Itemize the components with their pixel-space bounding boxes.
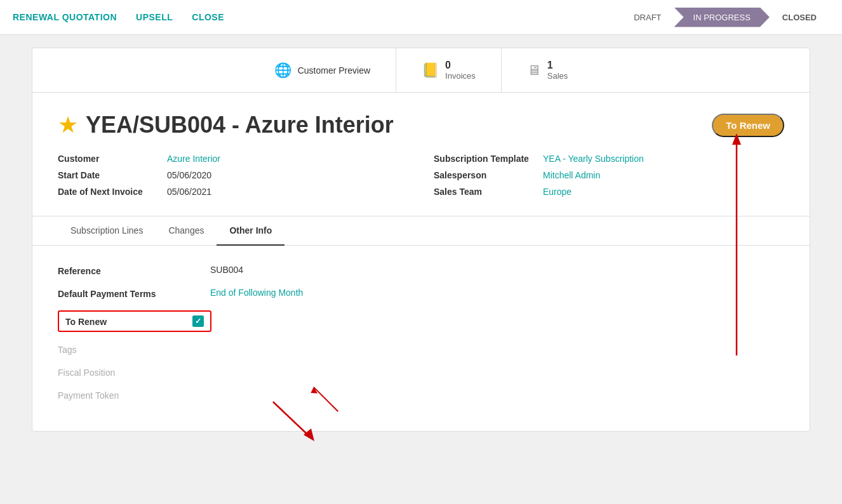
record-header: ★ YEA/SUB004 - Azure Interior To Renew C… [32,93,810,216]
payment-token-label: Payment Token [58,389,210,401]
field-tags: Tags [58,343,784,355]
status-in-progress[interactable]: IN PROGRESS [674,8,770,27]
invoices-count: 0 [445,60,476,71]
sales-text: 1 Sales [547,60,568,81]
start-date-value: 05/06/2020 [167,170,211,180]
star-icon[interactable]: ★ [58,112,78,138]
field-reference: Reference SUB004 [58,265,784,276]
field-sales-team: Sales Team Europe [434,187,784,197]
status-bar: DRAFT IN PROGRESS CLOSED [621,8,829,27]
field-payment-token: Payment Token [58,389,784,401]
to-renew-label: To Renew [65,315,192,327]
nav-upsell[interactable]: UPSELL [136,12,173,22]
to-renew-checkbox[interactable] [192,315,204,327]
customer-preview-label: Customer Preview [298,65,370,76]
customer-preview-button[interactable]: 🌐 Customer Preview [249,48,396,92]
globe-icon: 🌐 [274,62,291,79]
customer-value[interactable]: Azure Interior [167,154,220,164]
field-next-invoice: Date of Next Invoice 05/06/2021 [58,187,408,197]
sales-team-value[interactable]: Europe [543,187,571,197]
sales-count: 1 [547,60,568,71]
salesperson-value[interactable]: Mitchell Admin [543,170,600,180]
nav-renewal-quotation[interactable]: RENEWAL QUOTATION [13,12,117,22]
payment-terms-value[interactable]: End of Following Month [210,288,303,298]
to-renew-badge-button[interactable]: To Renew [712,114,784,137]
subscription-template-value[interactable]: YEA - Yearly Subscription [543,154,644,164]
customer-preview-text: Customer Preview [298,65,370,76]
reference-value: SUB004 [210,265,243,275]
tab-subscription-lines[interactable]: Subscription Lines [58,216,156,246]
subscription-template-label: Subscription Template [434,154,535,164]
fields-right: Subscription Template YEA - Yearly Subsc… [434,154,784,197]
sales-team-label: Sales Team [434,187,535,197]
start-date-label: Start Date [58,170,159,180]
to-renew-container: To Renew [58,310,784,332]
tabs-bar: Subscription Lines Changes Other Info [32,216,810,246]
fields-grid: Customer Azure Interior Start Date 05/06… [58,154,784,197]
field-payment-terms: Default Payment Terms End of Following M… [58,288,784,299]
status-draft[interactable]: DRAFT [621,8,674,27]
title-row: ★ YEA/SUB004 - Azure Interior To Renew [58,112,784,138]
record-title: YEA/SUB004 - Azure Interior [86,112,394,138]
fiscal-position-label: Fiscal Position [58,366,210,378]
tab-other-info[interactable]: Other Info [217,216,284,246]
field-salesperson: Salesperson Mitchell Admin [434,170,784,180]
customer-label: Customer [58,154,159,164]
nav-links: RENEWAL QUOTATION UPSELL CLOSE [13,12,621,22]
nav-close[interactable]: CLOSE [192,12,224,22]
tab-content-other-info: Reference SUB004 Default Payment Terms E… [32,246,810,431]
reference-label: Reference [58,265,210,276]
title-left: ★ YEA/SUB004 - Azure Interior [58,112,394,138]
top-navigation: RENEWAL QUOTATION UPSELL CLOSE DRAFT IN … [0,0,842,35]
invoices-text: 0 Invoices [445,60,476,81]
field-fiscal-position: Fiscal Position [58,366,784,378]
main-card: 🌐 Customer Preview 📒 0 Invoices 🖥 1 Sale… [32,48,810,432]
tab-changes[interactable]: Changes [156,216,217,246]
tags-label: Tags [58,343,210,355]
invoices-button[interactable]: 📒 0 Invoices [396,48,502,92]
fields-left: Customer Azure Interior Start Date 05/06… [58,154,408,197]
card-topbar: 🌐 Customer Preview 📒 0 Invoices 🖥 1 Sale… [32,48,810,93]
main-wrapper: 🌐 Customer Preview 📒 0 Invoices 🖥 1 Sale… [0,35,842,444]
field-subscription-template: Subscription Template YEA - Yearly Subsc… [434,154,784,164]
salesperson-label: Salesperson [434,170,535,180]
payment-terms-label: Default Payment Terms [58,288,210,299]
to-renew-row: To Renew [58,310,211,332]
invoices-icon: 📒 [422,62,439,79]
status-closed[interactable]: CLOSED [770,8,829,27]
next-invoice-value: 05/06/2021 [167,187,211,197]
sales-label: Sales [547,71,568,81]
sales-icon: 🖥 [527,62,541,79]
field-start-date: Start Date 05/06/2020 [58,170,408,180]
field-customer: Customer Azure Interior [58,154,408,164]
sales-button[interactable]: 🖥 1 Sales [502,48,594,92]
invoices-label: Invoices [445,71,476,81]
next-invoice-label: Date of Next Invoice [58,187,159,197]
